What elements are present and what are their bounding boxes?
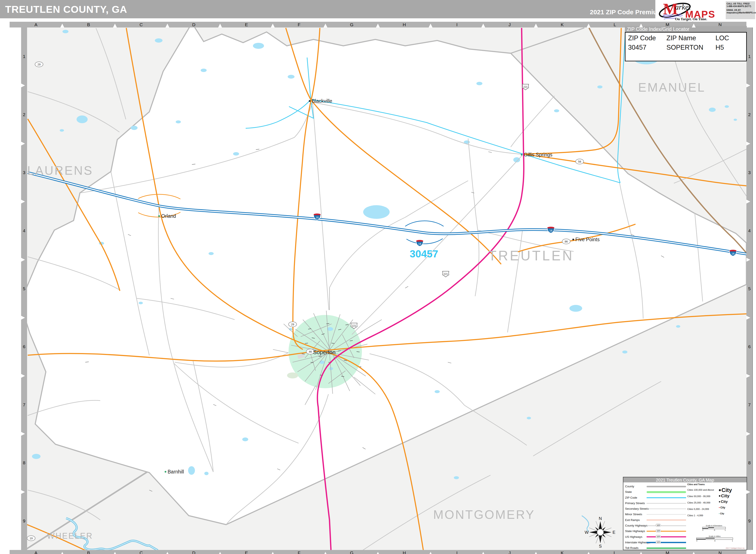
legend-item-sample: [647, 484, 686, 489]
grid-column-label: C: [115, 550, 168, 554]
county-label-wheeler: WHEELER: [47, 532, 93, 540]
legend-shield-label: 123: [656, 535, 661, 538]
legend-copyright: 2021 © Intelligent Direct, Inc.: [726, 547, 745, 549]
legend-shield-label: 123: [656, 541, 661, 544]
marketmaps-logo: M arket MAPS On Target. On Time. America…: [655, 0, 756, 21]
page: { "header": { "title": "TREUTLEN COUNTY,…: [0, 0, 756, 554]
legend-city-row: Cities 25,000 - 49,999 City: [687, 500, 746, 506]
legend-city-symbol: City: [719, 493, 729, 498]
i16-shield-label: 16: [316, 216, 319, 219]
legend-item-sample: 123: [647, 529, 686, 534]
legend-item-sample: [647, 506, 686, 512]
grid-column-label: G: [325, 22, 378, 27]
zip-code-label[interactable]: 30457: [410, 248, 438, 260]
legend-item-label: Toll Roads: [625, 546, 639, 550]
logo-tagline: On Target. On Time.: [675, 17, 707, 21]
grid-column-label: B: [62, 550, 115, 554]
svg-text:29: 29: [38, 63, 41, 66]
legend-item-label: Exit Ramps: [625, 518, 640, 521]
legend-item-sample: [647, 517, 686, 523]
grid-column-label: B: [62, 22, 115, 27]
map-legend: 2021 Treutlen County, GA Map County Stat…: [623, 477, 747, 550]
town-label-blackville: Blackville: [312, 98, 332, 104]
grid-column-label: I: [431, 22, 483, 27]
grid-column-label: A: [10, 22, 62, 27]
svg-text:221: 221: [444, 273, 448, 276]
town-label-barnhill: Barnhill: [168, 469, 184, 475]
zip-index-loc: H5: [715, 44, 724, 51]
svg-text:56: 56: [578, 160, 581, 163]
park-area: [287, 373, 298, 378]
legend-item: State: [625, 489, 687, 495]
grid-row-label: 1: [21, 27, 27, 86]
county-label-laurens: LAURENS: [27, 163, 93, 177]
grid-column-label: K: [536, 22, 589, 27]
town-label-gillis-springs: Gillis Springs: [524, 152, 552, 158]
city-dot-icon: [719, 513, 719, 514]
legend-item-label: US Highways: [625, 535, 642, 539]
zip-index-name: SOPERTON: [666, 44, 703, 51]
legend-item-sample: [647, 512, 686, 517]
grid-row-label: 7: [746, 376, 752, 434]
legend-city-label: Cities 1 - 4,999: [687, 514, 703, 517]
grid-row-label: 6: [21, 318, 27, 376]
legend-item-sample: [647, 489, 686, 495]
legend-item-label: Secondary Streets: [625, 507, 649, 510]
svg-text:16: 16: [732, 252, 735, 255]
legend-item: Minor Streets: [625, 512, 687, 517]
contact-line4[interactable]: mapsales@MarketMAPS.com: [726, 11, 754, 14]
compass-n: N: [599, 516, 602, 521]
legend-item-sample: [647, 501, 686, 506]
grid-column-label: E: [220, 550, 273, 554]
grid-column-label: A: [10, 550, 62, 554]
legend-city-row: Cities 1 - 4,999 City: [687, 512, 746, 519]
grid-column-label: D: [167, 22, 220, 27]
svg-text:16: 16: [549, 229, 552, 232]
contact-box: CALL US TOLL FREE! 1-888-434-MAPS (6277)…: [726, 1, 755, 19]
grid-row-label: 2: [21, 86, 27, 144]
svg-text:29: 29: [291, 323, 294, 326]
grid-column-label: C: [115, 22, 168, 27]
legend-item: State Highways 123: [625, 529, 687, 534]
town-label-soperton: Soperton: [313, 349, 336, 355]
legend-item-sample: 123: [647, 540, 686, 545]
header-bar: TREUTLEN COUNTY, GA 2021 ZIP Code Premiu…: [0, 0, 756, 18]
scale-miles: Scale in Miles 0.51: [696, 535, 733, 542]
city-dot-icon: [719, 489, 721, 491]
legend-item-label: ZIP Code: [625, 496, 637, 499]
city-dot-icon: [719, 507, 720, 508]
svg-text:221: 221: [352, 324, 356, 327]
grid-row-label: 1: [746, 27, 752, 86]
grid-column-label: I: [431, 550, 483, 554]
zip-index-title: ZIP Code Index/Grid Locator: [625, 26, 747, 32]
city-dot-icon: [719, 495, 720, 497]
grid-row-label: 3: [21, 144, 27, 202]
county-map[interactable]: 16 16 16 16 221: [0, 0, 756, 554]
legend-item: Exit Ramps: [625, 517, 687, 523]
grid-row-label: 4: [746, 202, 752, 260]
scale-km-label: Scale in Kilometers: [702, 524, 726, 527]
legend-shield-label: 123: [656, 529, 661, 532]
legend-item-label: State: [625, 490, 632, 494]
grid-column-label: N: [694, 550, 746, 554]
legend-title: 2021 Treutlen County, GA Map: [623, 477, 747, 483]
legend-item: Toll Roads: [625, 545, 687, 551]
scale-mi-label: Scale in Miles: [696, 535, 733, 537]
grid-column-label: G: [325, 550, 378, 554]
grid-column-label: H: [378, 22, 431, 27]
legend-city-symbol: City: [719, 512, 724, 515]
svg-text:19: 19: [30, 537, 33, 540]
legend-city-label: Cities 25,000 - 49,999: [687, 501, 710, 504]
legend-city-symbol: City: [719, 506, 725, 509]
grid-column-label: F: [273, 550, 325, 554]
legend-item-label: Primary Streets: [625, 502, 645, 505]
svg-text:221: 221: [523, 86, 527, 89]
compass-w: W: [585, 530, 589, 535]
scale-kilometers: Scale in Kilometers 0.51: [702, 524, 726, 531]
grid-row-label: 2: [746, 86, 752, 144]
county-label-emanuel: EMANUEL: [638, 80, 705, 94]
legend-item: US Highways 123: [625, 534, 687, 540]
grid-column-label: F: [273, 22, 325, 27]
svg-text:86: 86: [565, 240, 568, 243]
legend-items: County State ZIP Code: [625, 484, 687, 551]
